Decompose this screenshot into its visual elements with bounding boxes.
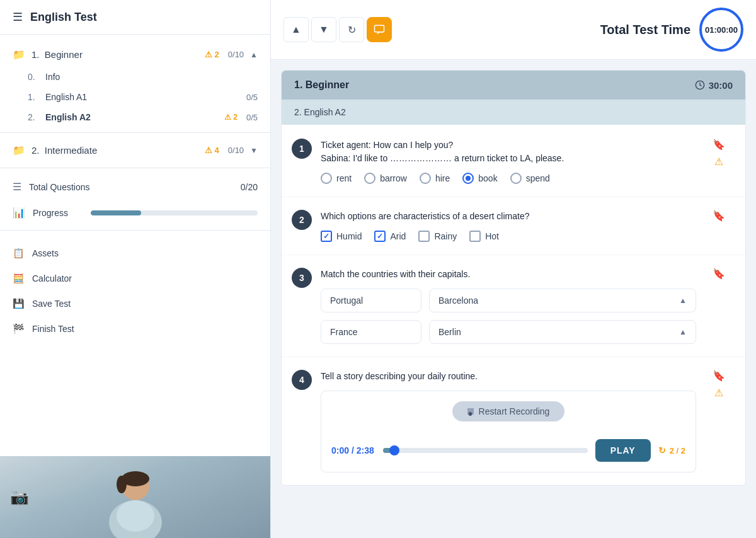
question-4-text: Tell a story describing your daily routi… [321,370,696,383]
option-spend[interactable]: spend [510,173,550,184]
check-rainy[interactable]: Rainy [418,231,457,242]
question-4-card: 4 Tell a story describing your daily rou… [282,357,745,485]
recording-dot: ● [467,408,474,415]
option-rent[interactable]: rent [321,173,352,184]
question-1-number: 1 [292,139,312,159]
sidebar-item-english-a2[interactable]: 2. English A2 ⚠ 2 0/5 [0,107,270,127]
question-3-text: Match the countries with their capitals. [321,268,696,281]
check-hot-label: Hot [485,231,499,241]
folder-icon: 📁 [13,49,25,60]
sidebar-section-beginner[interactable]: 📁 1. Beginner ⚠ 2 0/10 ▲ [0,42,270,67]
progress-icon: 📊 [13,207,25,219]
section-label: 1. Beginner [32,49,198,60]
menu-icon[interactable]: ☰ [13,10,23,24]
intermediate-label: 2. Intermediate [32,145,198,156]
radio-rent[interactable] [321,173,332,184]
camera-icon[interactable]: 📷 [10,488,29,506]
check-humid-label: Humid [336,231,362,241]
option-barrow-label: barrow [380,173,407,183]
restart-recording-label: Restart Recording [479,406,550,416]
content-area: 1. Beginner 30:00 2. English A2 1 Ticket… [271,60,756,538]
total-questions-stat: ☰ Total Questions 0/20 [0,173,270,200]
audio-time-display: 0:00 / 2:38 [331,445,375,455]
section-header: 1. Beginner 30:00 [282,71,745,100]
check-arid[interactable]: Arid [374,231,406,242]
match-portugal: Portugal [321,289,421,312]
checkbox-rainy[interactable] [418,231,430,242]
option-book[interactable]: book [462,173,497,184]
calculator-item[interactable]: 🧮 Calculator [0,266,270,291]
sidebar-item-info[interactable]: 0. Info [0,67,270,87]
match-france: France [321,320,421,344]
save-icon: 💾 [13,298,25,309]
q3-bookmark-icon[interactable]: 🔖 [713,268,725,280]
questions-icon: ☰ [13,181,21,193]
q4-bookmark-icon[interactable]: 🔖 [713,370,725,382]
nav-refresh-button[interactable]: ↻ [339,17,364,42]
match-row-1: Portugal Barcelona ▲ [321,289,696,312]
audio-thumb [389,445,399,455]
subsection-header: 2. English A2 [282,100,745,125]
main-content: ▲ ▼ ↻ Total Test Time 01:00:00 1. Beginn… [271,0,756,538]
check-humid[interactable]: Humid [321,231,362,242]
question-1-options: rent barrow hire [321,173,696,184]
match-select-portugal[interactable]: Barcelona ▲ [429,289,696,312]
question-1-card: 1 Ticket agent: How can I help you? Sabi… [282,126,745,197]
match-select-france[interactable]: Berlin ▲ [429,320,696,344]
check-hot[interactable]: Hot [469,231,499,242]
check-rainy-label: Rainy [434,231,457,241]
option-spend-label: spend [526,173,550,183]
nav-down-button[interactable]: ▼ [311,17,336,42]
question-4-number: 4 [292,370,312,390]
progress-bar-fill [91,210,141,215]
nav-up-button[interactable]: ▲ [284,17,309,42]
finish-test-item[interactable]: 🏁 Finish Test [0,316,270,341]
option-rent-label: rent [336,173,352,183]
q3-side-icons: 🔖 [705,268,733,344]
match-container: Portugal Barcelona ▲ France Berlin [321,289,696,344]
finish-icon: 🏁 [13,323,25,335]
replay-count: ↻ 2 / 2 [658,445,685,455]
nav-chat-button[interactable] [367,17,392,42]
a2-warning-badge: ⚠ 2 [224,113,238,122]
questions-wrapper: 1. Beginner 30:00 2. English A2 1 Ticket… [281,70,746,486]
intermediate-score: 0/10 [228,146,244,155]
sidebar-title: English Test [30,11,97,24]
q2-side-icons: 🔖 [705,210,733,242]
checkbox-arid[interactable] [374,231,386,242]
save-test-item[interactable]: 💾 Save Test [0,291,270,316]
audio-player: 0:00 / 2:38 PLAY ↻ 2 / 2 [331,439,685,462]
restart-recording-button[interactable]: ● Restart Recording [452,401,565,421]
option-hire-label: hire [435,173,450,183]
assets-item[interactable]: 📋 Assets [0,241,270,266]
option-hire[interactable]: hire [420,173,450,184]
radio-book[interactable] [462,173,474,184]
play-button[interactable]: PLAY [595,439,651,462]
option-barrow[interactable]: barrow [364,173,407,184]
sidebar-item-english-a1[interactable]: 1. English A1 0/5 [0,87,270,107]
q1-side-icons: 🔖 ⚠ [705,139,733,184]
chevron-down-icon: ▼ [250,146,258,155]
checkbox-hot[interactable] [469,231,481,242]
radio-barrow[interactable] [364,173,375,184]
total-questions-label: Total Questions [29,182,233,192]
action-items: 📋 Assets 🧮 Calculator 💾 Save Test 🏁 Fini… [0,236,270,346]
select-chevron-icon-2: ▲ [679,328,687,336]
svg-point-2 [117,500,154,532]
radio-hire[interactable] [420,173,431,184]
nav-buttons: ▲ ▼ ↻ [284,17,392,42]
finish-test-label: Finish Test [32,324,74,334]
question-2-card: 2 Which options are characteristics of a… [282,197,745,255]
intermediate-warning-badge: ⚠ 4 [205,146,219,155]
question-2-number: 2 [292,210,312,230]
beginner-warning-badge: ⚠ 2 [205,50,219,59]
recording-container: ● Restart Recording 0:00 / 2:38 [321,391,696,472]
q2-bookmark-icon[interactable]: 🔖 [713,210,725,222]
checkbox-humid[interactable] [321,231,332,242]
calculator-label: Calculator [32,273,72,283]
audio-slider[interactable] [383,448,588,453]
warn-triangle-icon: ⚠ [205,50,212,59]
radio-spend[interactable] [510,173,522,184]
sidebar-section-intermediate[interactable]: 📁 2. Intermediate ⚠ 4 0/10 ▼ [0,138,270,163]
q1-bookmark-icon[interactable]: 🔖 [713,139,725,151]
